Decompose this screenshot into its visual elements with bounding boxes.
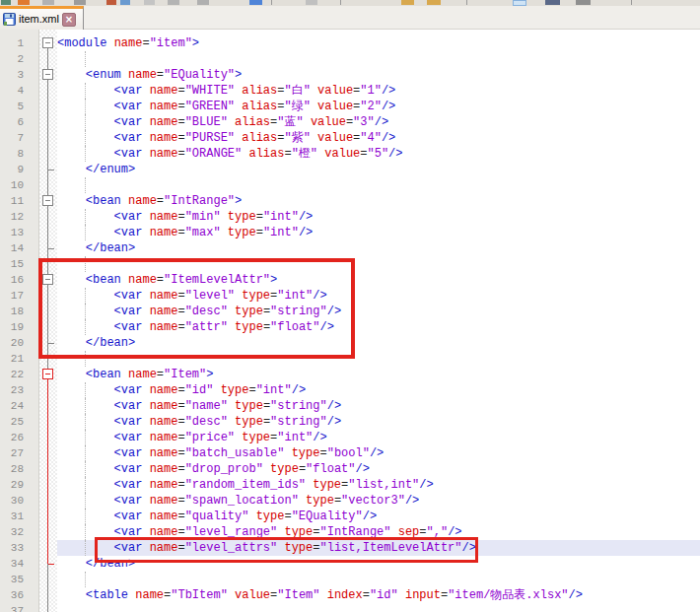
- code-line[interactable]: 10: [0, 177, 700, 193]
- toolbar-icon-fragment[interactable]: [545, 0, 560, 5]
- toolbar-icon-fragment[interactable]: [631, 0, 632, 5]
- fold-toggle[interactable]: [42, 369, 53, 379]
- code-line[interactable]: 19 <var name="attr" type="float"/>: [0, 319, 700, 335]
- fold-margin-cell: [39, 445, 57, 461]
- code-line[interactable]: 37: [0, 603, 700, 612]
- fold-margin-cell: [39, 351, 57, 367]
- line-number: 32: [0, 524, 24, 540]
- code-text: <module name="item">: [57, 35, 199, 51]
- code-text: <bean name="IntRange">: [57, 193, 242, 209]
- code-line[interactable]: 34 </bean>: [0, 556, 700, 572]
- code-line[interactable]: 28 <var name="drop_prob" type="float"/>: [0, 461, 700, 477]
- toolbar-icon-fragment[interactable]: [197, 0, 209, 5]
- toolbar-icon-fragment[interactable]: [106, 0, 116, 5]
- save-icon: [3, 13, 16, 26]
- line-number: 28: [0, 461, 24, 477]
- code-line[interactable]: 35: [0, 572, 700, 587]
- code-line[interactable]: 32 <var name="level_range" type="IntRang…: [0, 524, 700, 540]
- code-line[interactable]: 15: [0, 256, 700, 272]
- code-line[interactable]: 30 <var name="spawn_location" type="vect…: [0, 493, 700, 509]
- code-line[interactable]: 14 </bean>: [0, 240, 700, 256]
- fold-margin-cell: [39, 461, 57, 477]
- line-number: 36: [0, 587, 24, 603]
- code-editor[interactable]: 1<module name="item">23 <enum name="EQua…: [0, 30, 700, 612]
- code-line[interactable]: 1<module name="item">: [0, 35, 700, 51]
- line-number: 8: [0, 146, 24, 162]
- tab-item-xml[interactable]: item.xml ×: [0, 6, 84, 30]
- fold-margin-cell: [39, 67, 57, 83]
- code-text: <enum name="EQuality">: [57, 67, 242, 83]
- toolbar-icon-fragment[interactable]: [427, 0, 441, 5]
- fold-margin-cell: [39, 51, 57, 67]
- code-line[interactable]: 5 <var name="GREEN" alias="绿" value="2"/…: [0, 99, 700, 114]
- code-line[interactable]: 36 <table name="TbItem" value="Item" ind…: [0, 587, 700, 603]
- line-number: 35: [0, 572, 24, 587]
- code-line[interactable]: 2: [0, 51, 700, 67]
- toolbar-icon-fragment[interactable]: [120, 0, 130, 5]
- code-text: <bean name="Item">: [57, 367, 213, 382]
- fold-margin-cell: [39, 493, 57, 509]
- toolbar-icon-fragment[interactable]: [18, 0, 30, 5]
- toolbar-icon-fragment[interactable]: [249, 0, 262, 5]
- toolbar-icon-fragment[interactable]: [144, 0, 155, 5]
- fold-toggle[interactable]: [42, 274, 53, 285]
- code-line[interactable]: 7 <var name="PURSE" alias="紫" value="4"/…: [0, 130, 700, 146]
- toolbar-icon-fragment[interactable]: [576, 0, 591, 5]
- toolbar-icon-fragment[interactable]: [74, 0, 86, 5]
- code-line[interactable]: 13 <var name="max" type="int"/>: [0, 225, 700, 240]
- toolbar-icon-fragment[interactable]: [466, 0, 467, 5]
- toolbar-icon-fragment[interactable]: [42, 0, 54, 5]
- tab-bar: item.xml ×: [0, 6, 700, 30]
- code-text: <var name="drop_prob" type="float"/>: [57, 461, 370, 477]
- toolbar-icon-fragment[interactable]: [401, 0, 414, 5]
- code-text: <var name="ORANGE" alias="橙" value="5"/>: [57, 146, 403, 162]
- code-line[interactable]: 26 <var name="price" type="int"/>: [0, 430, 700, 445]
- fold-margin-cell: [39, 225, 57, 240]
- fold-toggle[interactable]: [42, 37, 53, 48]
- tab-close-icon[interactable]: ×: [62, 13, 76, 27]
- line-number: 11: [0, 193, 24, 209]
- line-number: 16: [0, 272, 24, 288]
- fold-toggle[interactable]: [42, 195, 53, 206]
- code-line[interactable]: 11 <bean name="IntRange">: [0, 193, 700, 209]
- code-line[interactable]: 24 <var name="name" type="string"/>: [0, 398, 700, 414]
- code-line[interactable]: 18 <var name="desc" type="string"/>: [0, 304, 700, 319]
- fold-toggle[interactable]: [42, 69, 53, 80]
- toolbar-icon-fragment[interactable]: [1, 0, 11, 5]
- tab-title: item.xml: [19, 13, 59, 26]
- toolbar-icon-fragment[interactable]: [168, 0, 179, 5]
- fold-margin-cell: [39, 272, 57, 288]
- code-line[interactable]: 4 <var name="WHITE" alias="白" value="1"/…: [0, 83, 700, 99]
- code-line[interactable]: 31 <var name="quality" type="EQuality"/>: [0, 509, 700, 524]
- toolbar-icon-fragment[interactable]: [306, 0, 317, 5]
- code-line[interactable]: 6 <var name="BLUE" alias="蓝" value="3"/>: [0, 114, 700, 130]
- fold-margin-cell: [39, 177, 57, 193]
- code-line[interactable]: 33 <var name="level_attrs" type="list,It…: [0, 540, 700, 556]
- code-text: </enum>: [57, 162, 135, 177]
- code-line[interactable]: 25 <var name="desc" type="string"/>: [0, 414, 700, 430]
- code-text: <var name="desc" type="string"/>: [57, 304, 341, 319]
- code-line[interactable]: 12 <var name="min" type="int"/>: [0, 209, 700, 225]
- code-line[interactable]: 8 <var name="ORANGE" alias="橙" value="5"…: [0, 146, 700, 162]
- line-number: 31: [0, 509, 24, 524]
- fold-margin-cell: [39, 288, 57, 304]
- code-line[interactable]: 16 <bean name="ItemLevelAttr">: [0, 272, 700, 288]
- code-line[interactable]: 17 <var name="level" type="int"/>: [0, 288, 700, 304]
- code-line[interactable]: 22 <bean name="Item">: [0, 367, 700, 382]
- fold-margin-cell: [39, 572, 57, 587]
- code-line[interactable]: 23 <var name="id" type="int"/>: [0, 382, 700, 398]
- toolbar-icon-fragment[interactable]: [271, 0, 272, 5]
- fold-margin-cell: [39, 430, 57, 445]
- code-line[interactable]: 9 </enum>: [0, 162, 700, 177]
- code-line[interactable]: 29 <var name="random_item_ids" type="lis…: [0, 477, 700, 493]
- code-text: <bean name="ItemLevelAttr">: [57, 272, 277, 288]
- line-number: 26: [0, 430, 24, 445]
- code-text: <table name="TbItem" value="Item" index=…: [57, 587, 583, 603]
- toolbar-icon-fragment[interactable]: [340, 0, 341, 5]
- code-line[interactable]: 20 </bean>: [0, 335, 700, 351]
- code-line[interactable]: 3 <enum name="EQuality">: [0, 67, 700, 83]
- code-line[interactable]: 27 <var name="batch_usable" type="bool"/…: [0, 445, 700, 461]
- code-line[interactable]: 21: [0, 351, 700, 367]
- fold-margin-cell: [39, 335, 57, 351]
- line-number: 33: [0, 540, 24, 556]
